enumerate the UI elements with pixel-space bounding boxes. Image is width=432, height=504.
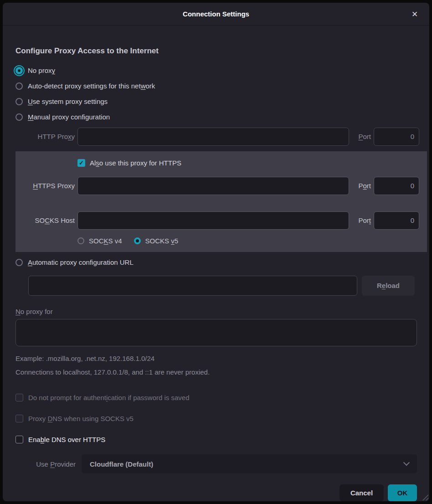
chevron-down-icon <box>403 459 410 466</box>
radio-use-system-label: Use system proxy settings <box>28 98 108 105</box>
radio-socks-v5[interactable] <box>134 237 141 244</box>
no-prompt-auth-checkbox[interactable] <box>15 394 23 401</box>
socks-v5-label[interactable]: SOCKS v5 <box>145 237 179 245</box>
radio-use-system[interactable] <box>15 98 23 105</box>
provider-dropdown[interactable]: Cloudflare (Default) <box>82 454 417 473</box>
http-proxy-row: HTTP Proxy Port <box>15 128 429 146</box>
use-provider-label: Use Provider <box>28 460 76 468</box>
radio-manual-label: Manual proxy configuration <box>28 113 110 121</box>
also-https-label: Also use this proxy for HTTPS <box>90 159 181 167</box>
title-bar: Connection Settings ✕ <box>3 3 429 26</box>
http-proxy-label: HTTP Proxy <box>15 133 75 140</box>
https-port-label: Port <box>352 182 371 190</box>
example-hint: Example: .mozilla.org, .net.nz, 192.168.… <box>15 355 417 362</box>
highlighted-section: ✓ Also use this proxy for HTTPS HTTPS Pr… <box>15 151 427 252</box>
http-port-label: Port <box>352 133 371 140</box>
no-prompt-auth-label: Do not prompt for authentication if pass… <box>28 394 190 401</box>
resize-grip[interactable] <box>421 493 428 500</box>
also-https-checkbox[interactable]: ✓ <box>77 159 85 167</box>
radio-socks-v4[interactable] <box>77 237 84 244</box>
radio-auto-detect-label: Auto-detect proxy settings for this netw… <box>28 82 155 90</box>
radio-no-proxy[interactable] <box>15 67 23 74</box>
radio-row-auto-detect[interactable]: Auto-detect proxy settings for this netw… <box>15 78 429 94</box>
socks-v4-label[interactable]: SOCKS v4 <box>89 237 122 245</box>
check-icon: ✓ <box>79 159 84 166</box>
https-proxy-input[interactable] <box>77 177 349 195</box>
radio-row-no-proxy[interactable]: No proxy <box>15 63 429 78</box>
localhost-note: Connections to localhost, 127.0.0.1/8, a… <box>15 368 417 376</box>
http-proxy-input[interactable] <box>77 128 349 146</box>
socks-port-input[interactable] <box>374 211 419 230</box>
radio-row-auto-url[interactable]: Automatic proxy configuration URL <box>15 255 429 270</box>
close-icon[interactable]: ✕ <box>409 9 420 20</box>
no-proxy-for-textarea[interactable] <box>15 319 417 346</box>
socks-host-row: SOCKS Host Port <box>15 211 427 230</box>
radio-auto-url[interactable] <box>15 259 23 266</box>
socks-port-label: Port <box>352 216 371 224</box>
radio-manual[interactable] <box>15 113 23 121</box>
doh-provider-row: Use Provider Cloudflare (Default) <box>28 454 417 473</box>
also-https-row[interactable]: ✓ Also use this proxy for HTTPS <box>77 156 427 170</box>
ok-button[interactable]: OK <box>388 484 417 501</box>
radio-row-manual[interactable]: Manual proxy configuration <box>15 109 429 125</box>
no-prompt-auth-row[interactable]: Do not prompt for authentication if pass… <box>15 387 429 408</box>
cancel-button[interactable]: Cancel <box>339 484 384 501</box>
https-proxy-row: HTTPS Proxy Port <box>15 177 427 195</box>
dialog-title: Connection Settings <box>183 10 249 18</box>
socks-version-row: SOCKS v4 SOCKS v5 <box>77 237 427 245</box>
socks-host-label: SOCKS Host <box>15 216 75 224</box>
proxy-dns-row[interactable]: Proxy DNS when using SOCKS v5 <box>15 408 429 429</box>
http-port-input[interactable] <box>374 128 419 146</box>
socks-host-input[interactable] <box>77 211 349 230</box>
provider-dropdown-value: Cloudflare (Default) <box>90 460 153 468</box>
reload-button[interactable]: Reload <box>362 276 415 296</box>
dialog-footer: Cancel OK <box>3 484 417 501</box>
proxy-dns-checkbox[interactable] <box>15 415 23 422</box>
enable-doh-label: Enable DNS over HTTPS <box>28 436 105 443</box>
proxy-dns-label: Proxy DNS when using SOCKS v5 <box>28 415 134 422</box>
radio-no-proxy-label: No proxy <box>28 67 55 74</box>
enable-doh-row[interactable]: Enable DNS over HTTPS <box>15 429 429 450</box>
connection-settings-dialog: Connection Settings ✕ Configure Proxy Ac… <box>3 3 429 501</box>
radio-row-use-system[interactable]: Use system proxy settings <box>15 94 429 109</box>
radio-auto-detect[interactable] <box>15 82 23 90</box>
auto-config-url-row: Reload <box>28 276 429 296</box>
no-proxy-for-label: No proxy for <box>15 308 417 315</box>
page-title: Configure Proxy Access to the Internet <box>15 46 417 56</box>
radio-auto-url-label: Automatic proxy configuration URL <box>28 258 134 266</box>
enable-doh-checkbox[interactable] <box>15 436 23 443</box>
https-port-input[interactable] <box>374 177 419 195</box>
auto-config-url-input[interactable] <box>28 276 357 296</box>
https-proxy-label: HTTPS Proxy <box>15 182 75 190</box>
